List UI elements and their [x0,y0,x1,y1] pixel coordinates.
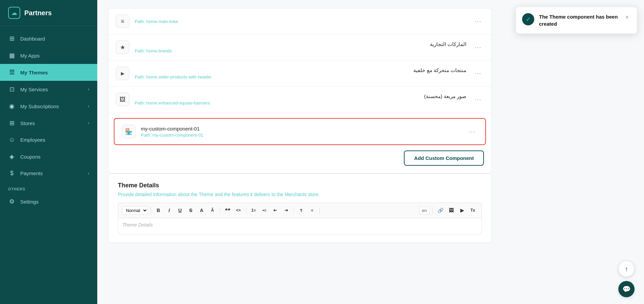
component-info: منتجات متحركة مع خلفية Path: home.slider… [135,67,466,79]
notification-close-button[interactable]: × [624,13,630,22]
paragraph-button[interactable]: ¶ [297,206,306,215]
sidebar-item-label: My Apps [20,53,40,59]
more-options-button[interactable]: ⋯ [472,68,484,79]
component-list-top: ≡ Path: home.main-links ⋯ ★ الماركات الت… [108,8,492,173]
scroll-to-top-button[interactable]: ↑ [618,261,635,277]
stores-icon: ⊞ [8,119,16,127]
sidebar-logo[interactable]: ☁ Partners [0,0,97,26]
more-options-button[interactable]: ⋯ [472,94,484,105]
link-button[interactable]: 🔗 [436,206,445,215]
sidebar-item-employees[interactable]: ☺ Employees [0,132,97,148]
language-selector[interactable]: en [419,207,430,214]
sidebar-item-dashboard[interactable]: ⊞ Dashboard [0,30,97,47]
custom-component-icon: 🏪 [122,125,135,138]
my-themes-icon: ☰ [8,69,16,76]
component-info: صور مربعة (محسنة) Path: home.enhanced-sq… [135,93,466,106]
unordered-list-button[interactable]: •≡ [260,206,269,215]
indent-button[interactable]: ⇤ [271,206,280,215]
component-path: Path: home.main-links [135,19,466,24]
my-apps-icon: ▦ [8,52,16,59]
sidebar-item-settings[interactable]: ⚙ Settings [0,193,97,210]
list-item: ≡ Path: home.main-links ⋯ [108,8,491,34]
sidebar-item-label: Dashboard [20,36,45,42]
sidebar-item-my-apps[interactable]: ▦ My Apps [0,47,97,64]
sidebar-item-label: Coupons [20,154,41,160]
notification-text: The Theme component has been created [539,13,619,27]
add-custom-component-button[interactable]: Add Custom Component [404,150,484,166]
sidebar-item-coupons[interactable]: ◈ Coupons [0,148,97,165]
chevron-right-icon: › [88,104,89,109]
text-highlight-button[interactable]: Ã [208,206,217,215]
component-icon: ★ [116,41,129,54]
toolbar-divider [433,207,433,214]
notification-toast: ✓ The Theme component has been created × [516,7,637,34]
component-name: my-custom-component-01 [141,126,460,132]
more-options-button[interactable]: ⋯ [466,126,478,137]
ordered-list-button[interactable]: 1≡ [249,206,258,215]
underline-button[interactable]: U [175,206,185,215]
blockquote-button[interactable]: ❝❝ [223,206,232,215]
component-icon: ≡ [116,15,129,28]
sidebar-item-my-themes[interactable]: ☰ My Themes [0,64,97,81]
component-path: Path: home.brands [135,48,466,53]
notification-title: The Theme component has been created [539,13,619,27]
sidebar-item-label: My Subscriptions [20,103,59,109]
component-name: الماركات التجارية [135,41,466,47]
video-button[interactable]: ▶ [457,206,467,215]
component-path: Path: home.enhanced-square-banners [135,100,466,106]
component-info: Path: home.main-links [135,19,466,24]
component-name: صور مربعة (محسنة) [135,93,466,99]
my-services-icon: ⊡ [8,86,16,93]
sidebar-item-payments[interactable]: $ Payments › [0,165,97,182]
more-options-button[interactable]: ⋯ [472,16,484,27]
editor-toolbar: Normal B I U S A Ã ❝❝ <> 1≡ •≡ ⇤ ⇥ ¶ ≡ [118,203,482,218]
sidebar-item-label: Payments [20,170,43,176]
list-item: ▶ منتجات متحركة مع خلفية Path: home.slid… [108,61,491,87]
format-select[interactable]: Normal [122,206,148,215]
align-button[interactable]: ≡ [307,206,317,215]
italic-button[interactable]: I [164,206,174,215]
text-color-button[interactable]: A [197,206,206,215]
employees-icon: ☺ [8,136,16,143]
settings-icon: ⚙ [8,198,16,205]
sidebar-nav: ⊞ Dashboard ▦ My Apps ☰ My Themes ⊡ My S… [0,26,97,304]
sidebar-item-my-subscriptions[interactable]: ◉ My Subscriptions › [0,98,97,115]
sidebar-item-label: My Themes [20,70,48,75]
sidebar-item-label: Settings [20,199,38,205]
logo-text: Partners [24,9,52,17]
outdent-button[interactable]: ⇥ [281,206,291,215]
dashboard-icon: ⊞ [8,35,16,42]
more-options-button[interactable]: ⋯ [472,42,484,53]
my-subscriptions-icon: ◉ [8,102,16,110]
chevron-right-icon: › [88,121,89,125]
clear-format-button[interactable]: Tx [468,206,478,215]
editor-area[interactable]: Theme Details [118,218,482,234]
payments-icon: $ [8,170,16,177]
theme-details-section: Theme Details Provide detailed informati… [108,173,492,243]
chat-button[interactable]: 💬 [618,281,635,297]
chevron-right-icon: › [88,171,89,176]
sidebar-item-stores[interactable]: ⊞ Stores › [0,115,97,132]
sidebar-item-label: Employees [20,137,45,143]
theme-details-title: Theme Details [118,182,482,189]
sidebar-item-label: My Services [20,87,48,92]
toolbar-divider [293,207,294,214]
coupons-icon: ◈ [8,153,16,160]
bold-button[interactable]: B [154,206,163,215]
toolbar-divider [220,207,220,214]
component-path: Path: my-custom-component-01 [141,133,460,138]
strikethrough-button[interactable]: S [186,206,196,215]
notification-icon: ✓ [522,13,534,25]
sidebar-item-my-services[interactable]: ⊡ My Services › [0,81,97,98]
main-content: ≡ Path: home.main-links ⋯ ★ الماركات الت… [97,0,644,304]
toolbar-divider [319,207,320,214]
code-button[interactable]: <> [234,206,243,215]
sidebar-item-label: Stores [20,120,35,126]
image-button[interactable]: 🖼 [446,206,456,215]
add-component-wrapper: Add Custom Component [108,150,491,173]
editor-placeholder: Theme Details [122,222,153,228]
sidebar: ☁ Partners ⊞ Dashboard ▦ My Apps ☰ My Th… [0,0,97,304]
others-section-label: OTHERS [0,182,97,193]
component-info: الماركات التجارية Path: home.brands [135,41,466,53]
component-info: my-custom-component-01 Path: my-custom-c… [141,126,460,138]
